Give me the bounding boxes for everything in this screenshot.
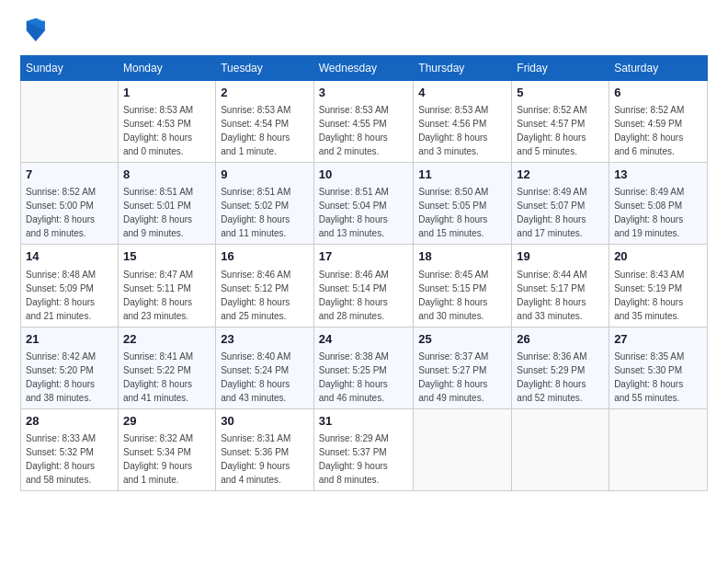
day-number: 24 [319,331,409,348]
daylight-text: Daylight: 8 hours [221,295,309,309]
day-cell: 13Sunrise: 8:49 AMSunset: 5:08 PMDayligh… [609,163,708,245]
day-info: Sunrise: 8:49 AMSunset: 5:07 PMDaylight:… [517,185,604,240]
day-cell: 29Sunrise: 8:32 AMSunset: 5:34 PMDayligh… [118,408,215,490]
day-info: Sunrise: 8:51 AMSunset: 5:02 PMDaylight:… [221,185,309,240]
daylight-text-2: and 49 minutes. [418,391,506,405]
daylight-text: Daylight: 8 hours [517,213,604,226]
day-info: Sunrise: 8:38 AMSunset: 5:25 PMDaylight:… [319,350,409,405]
day-info: Sunrise: 8:48 AMSunset: 5:09 PMDaylight:… [26,268,113,323]
daylight-text-2: and 15 minutes. [418,226,506,240]
day-info: Sunrise: 8:51 AMSunset: 5:04 PMDaylight:… [319,185,409,240]
day-info: Sunrise: 8:51 AMSunset: 5:01 PMDaylight:… [123,185,210,240]
day-number: 4 [418,85,506,101]
daylight-text: Daylight: 8 hours [319,377,409,391]
daylight-text: Daylight: 8 hours [123,131,210,144]
day-cell: 7Sunrise: 8:52 AMSunset: 5:00 PMDaylight… [21,163,119,245]
sunrise-text: Sunrise: 8:51 AM [319,185,409,199]
day-cell: 23Sunrise: 8:40 AMSunset: 5:24 PMDayligh… [216,327,314,408]
day-number: 22 [123,331,210,348]
day-cell: 18Sunrise: 8:45 AMSunset: 5:15 PMDayligh… [414,245,512,327]
daylight-text: Daylight: 8 hours [26,459,113,473]
day-cell: 31Sunrise: 8:29 AMSunset: 5:37 PMDayligh… [313,408,414,490]
sunrise-text: Sunrise: 8:49 AM [614,185,702,199]
day-number: 31 [319,413,409,430]
day-info: Sunrise: 8:53 AMSunset: 4:56 PMDaylight:… [418,103,506,158]
sunrise-text: Sunrise: 8:29 AM [319,431,409,445]
day-info: Sunrise: 8:42 AMSunset: 5:20 PMDaylight:… [26,350,113,405]
day-number: 30 [221,413,309,430]
daylight-text-2: and 13 minutes. [319,226,409,240]
daylight-text-2: and 30 minutes. [418,309,506,323]
day-number: 23 [221,331,309,348]
day-cell: 14Sunrise: 8:48 AMSunset: 5:09 PMDayligh… [21,245,119,327]
sunrise-text: Sunrise: 8:51 AM [123,185,210,199]
day-cell [21,81,119,163]
daylight-text: Daylight: 8 hours [517,131,604,144]
daylight-text-2: and 1 minute. [123,473,210,487]
weekday-header-monday: Monday [118,56,215,81]
sunrise-text: Sunrise: 8:50 AM [418,185,506,199]
sunrise-text: Sunrise: 8:33 AM [26,431,113,445]
sunset-text: Sunset: 5:25 PM [319,363,409,377]
sunrise-text: Sunrise: 8:42 AM [26,350,113,363]
daylight-text: Daylight: 8 hours [418,295,506,309]
sunrise-text: Sunrise: 8:32 AM [123,431,210,445]
sunset-text: Sunset: 5:04 PM [319,199,409,213]
day-info: Sunrise: 8:53 AMSunset: 4:54 PMDaylight:… [221,103,309,158]
day-info: Sunrise: 8:41 AMSunset: 5:22 PMDaylight:… [123,350,210,405]
week-row-5: 28Sunrise: 8:33 AMSunset: 5:32 PMDayligh… [21,408,708,490]
sunset-text: Sunset: 5:11 PM [123,282,210,295]
sunrise-text: Sunrise: 8:47 AM [123,268,210,282]
day-cell: 1Sunrise: 8:53 AMSunset: 4:53 PMDaylight… [118,81,215,163]
daylight-text-2: and 9 minutes. [123,226,210,240]
sunset-text: Sunset: 5:15 PM [418,282,506,295]
sunset-text: Sunset: 5:14 PM [319,282,409,295]
sunset-text: Sunset: 5:22 PM [123,363,210,377]
sunrise-text: Sunrise: 8:38 AM [319,350,409,363]
sunrise-text: Sunrise: 8:44 AM [517,268,604,282]
daylight-text: Daylight: 8 hours [517,295,604,309]
daylight-text: Daylight: 8 hours [418,131,506,144]
day-cell: 15Sunrise: 8:47 AMSunset: 5:11 PMDayligh… [118,245,215,327]
sunset-text: Sunset: 4:55 PM [319,117,409,131]
daylight-text: Daylight: 9 hours [221,459,309,473]
day-number: 1 [123,85,210,101]
day-info: Sunrise: 8:52 AMSunset: 4:59 PMDaylight:… [614,103,702,158]
day-cell: 20Sunrise: 8:43 AMSunset: 5:19 PMDayligh… [609,245,708,327]
sunrise-text: Sunrise: 8:35 AM [614,350,702,363]
daylight-text: Daylight: 8 hours [614,377,702,391]
day-info: Sunrise: 8:36 AMSunset: 5:29 PMDaylight:… [517,350,604,405]
daylight-text: Daylight: 9 hours [123,459,210,473]
daylight-text-2: and 38 minutes. [26,391,113,405]
daylight-text: Daylight: 8 hours [319,295,409,309]
sunrise-text: Sunrise: 8:48 AM [26,268,113,282]
daylight-text-2: and 55 minutes. [614,391,702,405]
sunset-text: Sunset: 5:05 PM [418,199,506,213]
day-info: Sunrise: 8:49 AMSunset: 5:08 PMDaylight:… [614,185,702,240]
day-cell: 10Sunrise: 8:51 AMSunset: 5:04 PMDayligh… [313,163,414,245]
daylight-text-2: and 8 minutes. [319,473,409,487]
sunrise-text: Sunrise: 8:51 AM [221,185,309,199]
weekday-header-tuesday: Tuesday [216,56,314,81]
day-cell: 11Sunrise: 8:50 AMSunset: 5:05 PMDayligh… [414,163,512,245]
daylight-text-2: and 52 minutes. [517,391,604,405]
sunset-text: Sunset: 4:56 PM [418,117,506,131]
daylight-text-2: and 35 minutes. [614,309,702,323]
day-info: Sunrise: 8:40 AMSunset: 5:24 PMDaylight:… [221,350,309,405]
daylight-text-2: and 23 minutes. [123,309,210,323]
day-cell: 12Sunrise: 8:49 AMSunset: 5:07 PMDayligh… [512,163,609,245]
daylight-text-2: and 11 minutes. [221,226,309,240]
day-number: 15 [123,248,210,265]
daylight-text: Daylight: 8 hours [614,295,702,309]
daylight-text-2: and 33 minutes. [517,309,604,323]
day-number: 10 [319,167,409,183]
header [20,17,708,46]
day-cell: 3Sunrise: 8:53 AMSunset: 4:55 PMDaylight… [313,81,414,163]
daylight-text-2: and 46 minutes. [319,391,409,405]
day-cell: 19Sunrise: 8:44 AMSunset: 5:17 PMDayligh… [512,245,609,327]
day-cell: 27Sunrise: 8:35 AMSunset: 5:30 PMDayligh… [609,327,708,408]
daylight-text: Daylight: 8 hours [418,377,506,391]
sunset-text: Sunset: 5:24 PM [221,363,309,377]
daylight-text: Daylight: 8 hours [319,131,409,144]
sunset-text: Sunset: 5:17 PM [517,282,604,295]
